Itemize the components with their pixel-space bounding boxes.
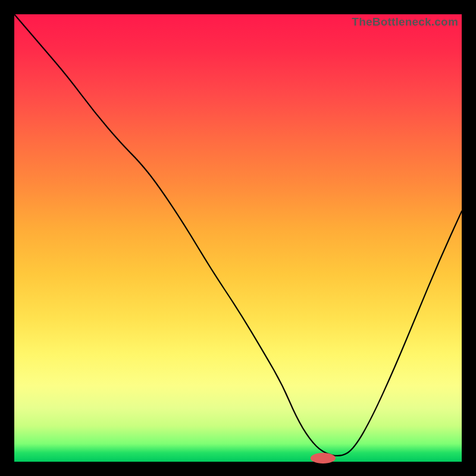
plot-area: TheBottleneck.com xyxy=(14,14,462,462)
curve-path xyxy=(14,14,462,456)
bottleneck-curve xyxy=(14,14,462,462)
optimum-marker xyxy=(311,453,336,464)
chart-frame: TheBottleneck.com xyxy=(0,0,476,476)
